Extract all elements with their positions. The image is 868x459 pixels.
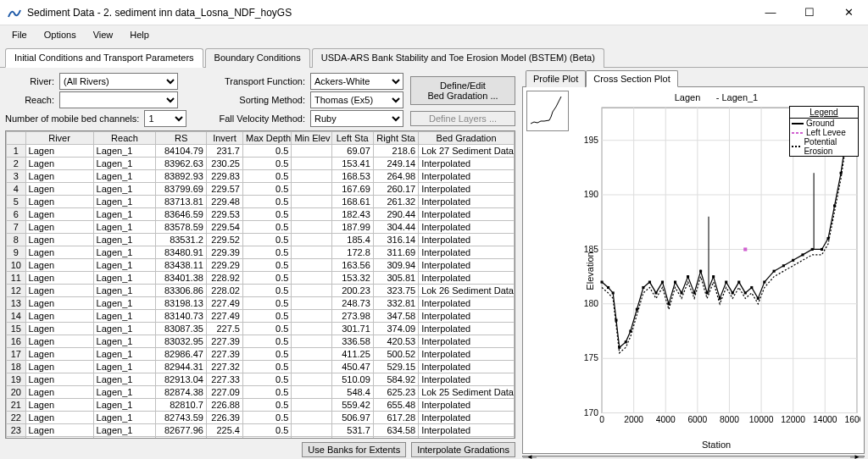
- table-row[interactable]: 20LagenLagen_182874.38227.090.5548.4625.…: [7, 386, 515, 399]
- svg-text:14000: 14000: [813, 415, 837, 424]
- plot-xlabel: Station: [572, 438, 860, 450]
- main-tabstrip: Initial Conditions and Transport Paramet…: [0, 44, 868, 68]
- window-controls: — ☐ ✕: [751, 0, 868, 25]
- svg-text:12000: 12000: [781, 415, 805, 424]
- svg-text:175: 175: [584, 353, 598, 362]
- table-row[interactable]: 1LagenLagen_184104.79231.70.569.07218.6L…: [7, 145, 515, 158]
- svg-rect-40: [636, 308, 638, 311]
- table-row[interactable]: 6LagenLagen_183646.59229.530.5182.43290.…: [7, 208, 515, 221]
- svg-rect-54: [725, 281, 727, 284]
- transport-select[interactable]: Ackers-White: [310, 73, 403, 90]
- col-header[interactable]: Left Sta: [331, 132, 373, 145]
- table-row[interactable]: 13LagenLagen_183198.13227.490.5248.73332…: [7, 297, 515, 310]
- table-row[interactable]: 17LagenLagen_182986.47227.390.5411.25500…: [7, 348, 515, 361]
- maximize-button[interactable]: ☐: [790, 0, 829, 25]
- table-row[interactable]: 2LagenLagen_183962.63230.250.5153.41249.…: [7, 158, 515, 170]
- svg-rect-66: [821, 248, 823, 251]
- svg-rect-64: [801, 253, 804, 256]
- minimize-button[interactable]: —: [751, 0, 790, 25]
- svg-rect-65: [811, 248, 814, 251]
- legend-left-levee: Left Levee: [806, 128, 846, 137]
- col-header[interactable]: [7, 132, 26, 145]
- table-row[interactable]: 11LagenLagen_183401.38228.920.5153.32305…: [7, 272, 515, 285]
- legend-ground: Ground: [806, 119, 834, 128]
- col-header[interactable]: Invert: [206, 132, 242, 145]
- svg-rect-57: [744, 291, 747, 294]
- tab-cross-section-plot[interactable]: Cross Section Plot: [586, 70, 677, 87]
- reach-select[interactable]: [59, 91, 178, 108]
- menubar: File Options View Help: [0, 25, 868, 44]
- table-row[interactable]: 7LagenLagen_183578.59229.540.5187.99304.…: [7, 221, 515, 234]
- svg-text:4000: 4000: [656, 415, 676, 424]
- svg-text:0: 0: [599, 415, 604, 424]
- col-header[interactable]: Min Elev: [292, 132, 331, 145]
- menu-view[interactable]: View: [85, 27, 122, 42]
- define-bed-gradation-button[interactable]: Define/Edit Bed Gradation ...: [410, 76, 515, 105]
- interpolate-gradations-button[interactable]: Interpolate Gradations: [411, 442, 515, 457]
- legend-title: Legend: [790, 107, 858, 119]
- use-banks-button[interactable]: Use Banks for Extents: [302, 442, 406, 457]
- plot-thumbnail[interactable]: [526, 91, 569, 131]
- svg-rect-42: [648, 281, 651, 284]
- svg-rect-47: [681, 291, 683, 294]
- svg-rect-63: [792, 259, 794, 262]
- table-row[interactable]: 23LagenLagen_182677.96225.40.5531.7634.5…: [7, 424, 515, 437]
- table-row[interactable]: 21LagenLagen_182810.7226.880.5559.42655.…: [7, 399, 515, 412]
- titlebar: Sediment Data - 2. sediment inn data_Los…: [0, 0, 868, 25]
- table-row[interactable]: 4LagenLagen_183799.69229.570.5167.69260.…: [7, 183, 515, 196]
- menu-file[interactable]: File: [3, 27, 36, 42]
- col-header[interactable]: Max Depth: [242, 132, 291, 145]
- table-row[interactable]: 22LagenLagen_182743.59226.390.5506.97617…: [7, 412, 515, 424]
- table-row[interactable]: 5LagenLagen_183713.81229.480.5168.61261.…: [7, 196, 515, 208]
- table-row[interactable]: 19LagenLagen_182913.04227.330.5510.09584…: [7, 373, 515, 386]
- plot-hscrollbar[interactable]: [522, 456, 865, 458]
- tab-boundary-conditions[interactable]: Boundary Conditions: [205, 48, 310, 68]
- col-header[interactable]: Right Sta: [373, 132, 418, 145]
- app-icon: [7, 5, 22, 20]
- tab-bstem[interactable]: USDA-ARS Bank Stability and Toe Erosion …: [312, 48, 604, 68]
- table-row[interactable]: 18LagenLagen_182944.31227.320.5450.47529…: [7, 361, 515, 373]
- define-layers-button[interactable]: Define Layers ...: [410, 111, 515, 126]
- river-label: River:: [5, 76, 54, 86]
- menu-help[interactable]: Help: [121, 27, 158, 42]
- col-header[interactable]: Reach: [93, 132, 156, 145]
- table-row[interactable]: 9LagenLagen_183480.91229.390.5172.8311.6…: [7, 246, 515, 259]
- fallvel-select[interactable]: Ruby: [310, 110, 403, 127]
- data-grid[interactable]: RiverReachRSInvertMax DepthMin ElevLeft …: [5, 130, 515, 439]
- svg-rect-61: [773, 270, 776, 273]
- table-row[interactable]: 14LagenLagen_183140.73227.490.5273.98347…: [7, 310, 515, 323]
- table-row[interactable]: 3LagenLagen_183892.93229.830.5168.53264.…: [7, 170, 515, 183]
- table-row[interactable]: 16LagenLagen_183032.95227.390.5336.58420…: [7, 335, 515, 348]
- col-header[interactable]: River: [25, 132, 93, 145]
- svg-rect-59: [757, 297, 760, 300]
- svg-rect-41: [642, 286, 644, 289]
- tab-initial-conditions[interactable]: Initial Conditions and Transport Paramet…: [5, 48, 203, 68]
- svg-text:16000: 16000: [845, 415, 860, 424]
- table-row[interactable]: 8LagenLagen_183531.2229.520.5185.4316.14…: [7, 234, 515, 246]
- svg-rect-72: [743, 247, 747, 251]
- svg-rect-58: [750, 286, 753, 289]
- close-button[interactable]: ✕: [829, 0, 868, 25]
- tab-profile-plot[interactable]: Profile Plot: [526, 70, 586, 87]
- svg-rect-52: [712, 275, 715, 278]
- table-row[interactable]: 15LagenLagen_183087.35227.50.5301.71374.…: [7, 323, 515, 335]
- table-row[interactable]: 12LagenLagen_183306.86228.020.5200.23323…: [7, 285, 515, 297]
- fallvel-label: Fall Velocity Method:: [203, 113, 305, 124]
- svg-text:2000: 2000: [624, 415, 643, 424]
- menu-options[interactable]: Options: [36, 27, 85, 42]
- transport-label: Transport Function:: [203, 76, 305, 86]
- col-header[interactable]: RS: [156, 132, 206, 145]
- right-pane: Profile Plot Cross Section Plot Lagen - …: [520, 68, 868, 459]
- svg-rect-33: [600, 281, 603, 284]
- svg-rect-55: [732, 291, 734, 294]
- col-header[interactable]: Bed Gradation: [419, 132, 515, 145]
- sorting-select[interactable]: Thomas (Ex5): [310, 91, 403, 108]
- mobile-select[interactable]: 1: [144, 110, 186, 127]
- table-row[interactable]: 10LagenLagen_183438.11229.290.5163.56309…: [7, 259, 515, 272]
- svg-text:10000: 10000: [749, 415, 774, 424]
- table-row[interactable]: 24LagenLagen_182569.95224.870.5567.01630…: [7, 437, 515, 439]
- svg-text:195: 195: [584, 135, 598, 145]
- plot-body[interactable]: 0200040006000800010000120001400016000170…: [572, 104, 860, 438]
- river-select[interactable]: (All Rivers): [59, 73, 178, 90]
- plot-ylabel: Elevation: [585, 252, 595, 290]
